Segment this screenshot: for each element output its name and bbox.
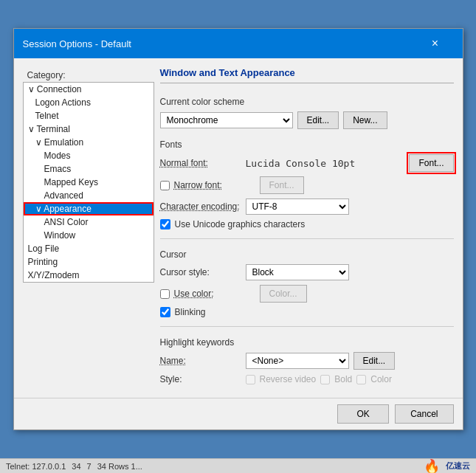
narrow-font-button[interactable]: Font... bbox=[260, 176, 304, 194]
char-encoding-select[interactable]: UTF-8 bbox=[246, 198, 349, 215]
tree-item-emulation[interactable]: ∨ Emulation bbox=[24, 136, 154, 149]
status-text: Telnet: 127.0.0.1 bbox=[6, 462, 66, 471]
cursor-style-label: Cursor style: bbox=[160, 267, 241, 277]
color-scheme-select[interactable]: Monochrome bbox=[160, 112, 293, 128]
tree-item-appearance[interactable]: ∨ Appearance bbox=[24, 202, 154, 215]
tree-item-advanced[interactable]: Advanced bbox=[24, 189, 154, 202]
session-options-dialog: Session Options - Default × Category: ∨ … bbox=[13, 28, 463, 430]
tree-item-telnet[interactable]: Telnet bbox=[24, 109, 154, 122]
tree-item-printing[interactable]: Printing bbox=[24, 255, 154, 269]
reverse-video-checkbox[interactable] bbox=[246, 375, 255, 384]
ok-button[interactable]: OK bbox=[337, 404, 389, 424]
content-panel: Window and Text Appearance Current color… bbox=[160, 67, 454, 389]
status-col: 34 bbox=[72, 462, 80, 471]
tree-item-mapped-keys[interactable]: Mapped Keys bbox=[24, 176, 154, 189]
normal-font-label: Normal font: bbox=[160, 158, 241, 168]
edit-color-scheme-button[interactable]: Edit... bbox=[297, 111, 339, 129]
dialog-footer: OK Cancel bbox=[14, 398, 463, 429]
color-button[interactable]: Color... bbox=[260, 285, 307, 303]
new-color-scheme-button[interactable]: New... bbox=[343, 111, 387, 129]
font-button[interactable]: Font... bbox=[409, 154, 453, 172]
bold-label: Bold bbox=[334, 374, 352, 384]
normal-font-value: Lucida Console 10pt bbox=[246, 158, 405, 169]
cancel-button[interactable]: Cancel bbox=[395, 404, 453, 424]
unicode-label: Use Unicode graphics characters bbox=[175, 219, 306, 229]
tree-item-logon-actions[interactable]: Logon Actions bbox=[24, 96, 154, 109]
tree-item-terminal[interactable]: ∨ Terminal bbox=[24, 122, 154, 136]
highlight-edit-button[interactable]: Edit... bbox=[353, 352, 396, 370]
tree-item-emacs[interactable]: Emacs bbox=[24, 162, 154, 176]
cursor-section-label: Cursor bbox=[160, 249, 454, 260]
narrow-font-checkbox[interactable] bbox=[160, 181, 170, 190]
use-color-label: Use color: bbox=[174, 289, 255, 299]
blinking-checkbox[interactable] bbox=[160, 307, 170, 317]
brand-label: 亿速云 bbox=[446, 460, 470, 472]
cursor-style-select[interactable]: Block bbox=[246, 264, 349, 280]
unicode-checkbox[interactable] bbox=[160, 219, 170, 229]
tree-item-log-file[interactable]: Log File bbox=[24, 242, 154, 255]
color-style-checkbox[interactable] bbox=[356, 375, 366, 384]
category-label: Category: bbox=[23, 67, 154, 82]
title-bar: Session Options - Default × bbox=[14, 29, 463, 58]
status-size: 34 Rows 1... bbox=[97, 462, 142, 471]
tree-item-xy-zmodem[interactable]: X/Y/Zmodem bbox=[24, 269, 154, 282]
reverse-video-label: Reverse video bbox=[260, 374, 317, 384]
char-encoding-label: Character encoding: bbox=[160, 201, 241, 212]
style-label: Style: bbox=[160, 374, 241, 384]
close-button[interactable]: × bbox=[417, 35, 454, 52]
tree-item-modes[interactable]: Modes bbox=[24, 149, 154, 162]
dialog-title: Session Options - Default bbox=[23, 38, 131, 49]
fonts-section-label: Fonts bbox=[160, 139, 454, 150]
color-style-label: Color bbox=[370, 374, 392, 384]
content-title: Window and Text Appearance bbox=[160, 67, 454, 83]
narrow-font-label: Narrow font: bbox=[174, 180, 255, 190]
tree-item-connection[interactable]: ∨ Connection bbox=[24, 83, 154, 96]
status-bar: Telnet: 127.0.0.1 34 7 34 Rows 1... 🔥 亿速… bbox=[0, 458, 476, 473]
tree-item-ansi-color[interactable]: ANSI Color bbox=[24, 215, 154, 229]
use-color-checkbox[interactable] bbox=[160, 289, 170, 299]
bold-checkbox[interactable] bbox=[320, 375, 330, 384]
brand-icon: 🔥 bbox=[424, 458, 440, 474]
highlight-name-select[interactable]: <None> bbox=[246, 353, 349, 369]
category-tree: ∨ Connection Logon Actions Telnet ∨ Term… bbox=[23, 82, 154, 283]
blinking-label: Blinking bbox=[175, 307, 206, 317]
status-row: 7 bbox=[87, 462, 92, 471]
color-scheme-section-label: Current color scheme bbox=[160, 97, 454, 107]
name-label: Name: bbox=[160, 356, 241, 366]
highlight-section-label: Highlight keywords bbox=[160, 337, 454, 348]
tree-item-window[interactable]: Window bbox=[24, 229, 154, 242]
